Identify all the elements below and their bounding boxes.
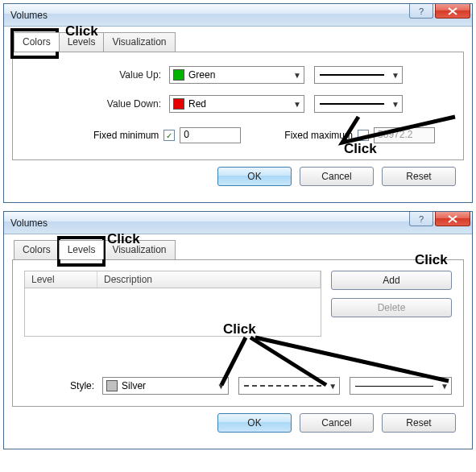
fixed-max-checkbox[interactable] xyxy=(358,130,369,141)
close-button[interactable] xyxy=(435,4,470,19)
value-down-swatch xyxy=(173,98,184,110)
tab-strip: Colors Levels Visualization xyxy=(12,32,464,52)
tab-page-colors: Value Up: Green ▼ ▼ Value Down: Red ▼ xyxy=(12,52,464,160)
solid-line-icon xyxy=(320,74,384,76)
titlebar[interactable]: Volumes ? xyxy=(4,4,472,27)
chevron-down-icon: ▼ xyxy=(389,100,402,109)
dialog-button-bar: OK Cancel Reset xyxy=(12,160,464,194)
fixed-min-checkbox[interactable]: ✓ xyxy=(163,130,175,141)
cancel-button[interactable]: Cancel xyxy=(300,167,374,186)
chevron-down-icon: ▼ xyxy=(291,71,304,80)
tab-visualization[interactable]: Visualization xyxy=(103,32,175,52)
fixed-min-label: Fixed minimum xyxy=(93,130,159,141)
solid-line-icon xyxy=(320,103,384,105)
ok-button[interactable]: OK xyxy=(217,167,292,186)
help-button[interactable]: ? xyxy=(409,212,433,226)
tab-page-levels: Level Description Add Delete Style: Silv… xyxy=(12,259,464,407)
thin-line-icon xyxy=(355,386,433,387)
chevron-down-icon: ▼ xyxy=(438,382,451,391)
check-icon: ✓ xyxy=(166,131,172,140)
reset-button[interactable]: Reset xyxy=(382,167,456,186)
ok-button[interactable]: OK xyxy=(217,413,292,433)
style-color-text: Silver xyxy=(121,380,214,391)
value-up-swatch xyxy=(173,69,184,81)
style-swatch xyxy=(106,380,118,391)
value-down-label: Value Down: xyxy=(24,98,169,110)
chevron-down-icon: ▼ xyxy=(326,382,339,391)
help-button[interactable]: ? xyxy=(409,4,433,19)
dialog-button-bar: OK Cancel Reset xyxy=(12,407,464,441)
tab-levels[interactable]: Levels xyxy=(59,32,105,52)
fixed-max-label: Fixed maximum xyxy=(284,130,353,141)
delete-button: Delete xyxy=(331,298,452,317)
style-color-select[interactable]: Silver ▼ xyxy=(102,377,228,395)
chevron-down-icon: ▼ xyxy=(389,71,402,80)
levels-list[interactable]: Level Description xyxy=(24,271,321,337)
style-label: Style: xyxy=(24,380,102,391)
chevron-down-icon: ▼ xyxy=(291,100,304,109)
tab-colors[interactable]: Colors xyxy=(14,32,60,52)
close-icon xyxy=(448,215,457,223)
chevron-down-icon: ▼ xyxy=(215,382,228,391)
value-up-line-style[interactable]: ▼ xyxy=(314,66,403,84)
dialog-title: Volumes xyxy=(10,217,48,229)
list-body[interactable] xyxy=(24,288,321,337)
col-level[interactable]: Level xyxy=(25,271,97,288)
fixed-min-input[interactable]: 0 xyxy=(180,127,241,143)
close-button[interactable] xyxy=(435,212,470,226)
tab-colors[interactable]: Colors xyxy=(14,240,60,259)
reset-button[interactable]: Reset xyxy=(382,413,456,433)
titlebar[interactable]: Volumes ? xyxy=(4,212,472,234)
value-up-color-text: Green xyxy=(188,69,291,81)
value-down-line-style[interactable]: ▼ xyxy=(314,95,403,113)
tab-levels[interactable]: Levels xyxy=(59,240,105,259)
add-button[interactable]: Add xyxy=(331,271,452,290)
style-line-width[interactable]: ▼ xyxy=(350,377,452,395)
dashed-line-icon xyxy=(244,385,322,387)
value-up-label: Value Up: xyxy=(24,69,169,81)
tab-visualization[interactable]: Visualization xyxy=(103,240,175,259)
col-description[interactable]: Description xyxy=(97,271,321,288)
value-up-color-select[interactable]: Green ▼ xyxy=(169,66,304,84)
value-down-color-select[interactable]: Red ▼ xyxy=(169,95,304,113)
value-down-color-text: Red xyxy=(188,98,291,110)
cancel-button[interactable]: Cancel xyxy=(300,413,374,433)
fixed-max-input: 58972.2 xyxy=(374,127,435,143)
dialog-volumes-colors: Volumes ? Colors Levels Visualization Va… xyxy=(3,3,473,203)
close-icon xyxy=(448,7,457,15)
style-line-pattern[interactable]: ▼ xyxy=(238,377,341,395)
dialog-title: Volumes xyxy=(10,10,48,21)
dialog-volumes-levels: Volumes ? Colors Levels Visualization Le… xyxy=(3,211,473,449)
list-header: Level Description xyxy=(24,271,321,288)
tab-strip: Colors Levels Visualization xyxy=(12,240,464,260)
